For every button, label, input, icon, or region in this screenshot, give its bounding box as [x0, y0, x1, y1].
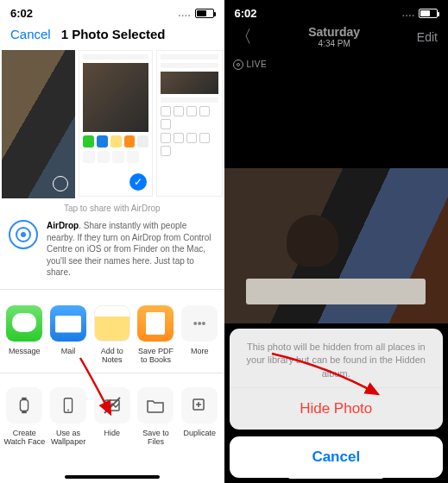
sheet-cancel-button[interactable]: Cancel: [230, 436, 444, 478]
share-notes[interactable]: Add to Notes: [91, 305, 133, 364]
status-time: 6:02: [235, 7, 257, 20]
share-label: More: [179, 347, 221, 355]
share-books[interactable]: Save PDF to Books: [135, 305, 177, 364]
status-bar: 6:02 ....: [0, 0, 224, 22]
live-icon: [233, 60, 243, 70]
action-label: Save to Files: [135, 429, 177, 446]
action-label: Create Watch Face: [3, 429, 46, 446]
airdrop-bold: AirDrop: [47, 221, 79, 230]
action-save-files[interactable]: Save to Files: [135, 387, 177, 446]
photo-date: Saturday 4:34 PM: [308, 25, 360, 49]
photo-nav-bar: 〈 Saturday 4:34 PM Edit: [224, 22, 449, 56]
svg-rect-0: [21, 399, 28, 411]
action-sheet: This photo will be hidden from all place…: [230, 329, 444, 478]
share-messages[interactable]: Message: [3, 305, 46, 364]
home-indicator[interactable]: [65, 475, 160, 479]
photo-thumbnails: ✓: [0, 50, 224, 198]
action-watch-face[interactable]: Create Watch Face: [3, 387, 46, 446]
action-wallpaper[interactable]: Use as Wallpaper: [47, 387, 90, 446]
signal-icon: ....: [402, 9, 415, 18]
books-icon: [137, 305, 174, 342]
screenshot-pair: 6:02 .... Cancel 1 Photo Selected: [0, 0, 448, 483]
svg-rect-1: [22, 397, 28, 399]
back-button[interactable]: 〈: [235, 25, 252, 48]
airdrop-icon: [9, 220, 38, 249]
photo-view[interactable]: [224, 168, 449, 323]
battery-icon: [195, 9, 214, 18]
mail-icon: [50, 305, 86, 342]
more-icon: [181, 305, 218, 342]
airdrop-text: AirDrop. Share instantly with people nea…: [47, 220, 216, 279]
action-label: Duplicate: [179, 429, 221, 437]
share-more[interactable]: More: [179, 305, 221, 364]
thumbnail-screenshot-1[interactable]: ✓: [79, 50, 153, 197]
selected-check-icon: ✓: [129, 173, 147, 191]
sheet-message: This photo will be hidden from all place…: [230, 329, 444, 387]
cancel-button[interactable]: Cancel: [10, 27, 51, 41]
messages-icon: [6, 305, 42, 342]
phone-left-share-sheet: 6:02 .... Cancel 1 Photo Selected: [0, 0, 224, 483]
battery-icon: [419, 9, 438, 18]
share-label: Mail: [47, 347, 90, 355]
airdrop-section[interactable]: AirDrop. Share instantly with people nea…: [0, 215, 224, 290]
action-label: Hide: [91, 429, 133, 437]
home-indicator[interactable]: [288, 475, 383, 479]
sheet-card: This photo will be hidden from all place…: [230, 329, 444, 430]
watch-face-icon: [6, 387, 42, 423]
action-label: Use as Wallpaper: [47, 429, 90, 446]
hide-photo-button[interactable]: Hide Photo: [230, 387, 444, 430]
live-badge: LIVE: [224, 56, 276, 73]
live-label: LIVE: [247, 60, 268, 69]
folder-icon: [137, 387, 174, 423]
thumbnail-screenshot-2[interactable]: [156, 50, 222, 197]
photo-time: 4:34 PM: [308, 39, 360, 49]
status-icons: ....: [402, 9, 438, 18]
duplicate-icon: [181, 387, 218, 423]
status-bar: 6:02 ....: [224, 0, 449, 22]
signal-icon: ....: [178, 9, 191, 18]
notes-icon: [94, 305, 130, 342]
action-hide[interactable]: Hide: [91, 387, 133, 446]
edit-button[interactable]: Edit: [417, 30, 438, 44]
share-mail[interactable]: Mail: [47, 305, 90, 364]
svg-rect-2: [22, 411, 28, 413]
airdrop-hint: Tap to share with AirDrop: [0, 198, 224, 215]
status-time: 6:02: [10, 7, 33, 20]
thumbnail-photo[interactable]: [2, 50, 75, 198]
action-duplicate[interactable]: Duplicate: [179, 387, 221, 446]
wallpaper-icon: [50, 387, 86, 423]
selection-ring-icon: [53, 176, 68, 191]
photo-day: Saturday: [308, 25, 360, 39]
status-icons: ....: [178, 9, 213, 18]
share-app-row: Message Mail Add to Notes Save PDF to Bo…: [0, 290, 224, 373]
page-title: 1 Photo Selected: [61, 27, 166, 41]
share-label: Message: [3, 347, 46, 355]
hide-icon: [94, 387, 130, 423]
nav-bar: Cancel 1 Photo Selected: [0, 22, 224, 50]
svg-point-4: [67, 409, 69, 411]
action-row: Create Watch Face Use as Wallpaper Hide …: [0, 373, 224, 453]
share-label: Save PDF to Books: [135, 347, 177, 364]
share-label: Add to Notes: [91, 347, 133, 364]
phone-right-hide-confirm: 6:02 .... 〈 Saturday 4:34 PM Edit LIVE T…: [224, 0, 449, 483]
